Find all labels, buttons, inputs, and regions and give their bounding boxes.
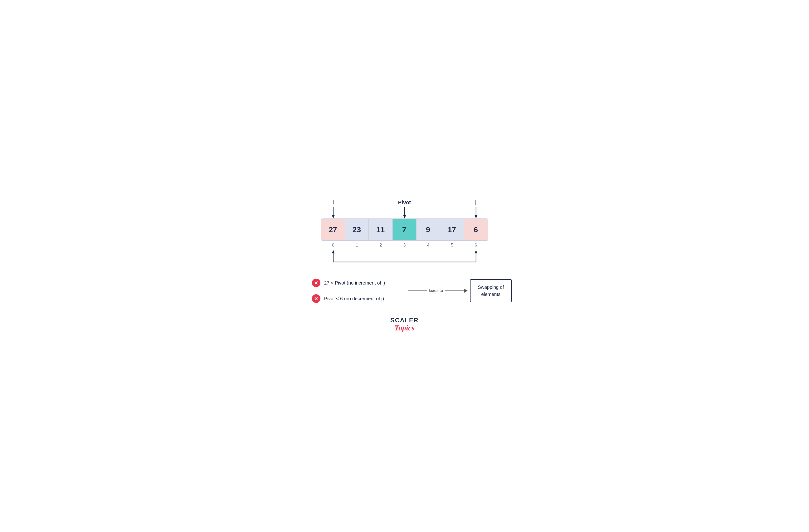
svg-marker-1 xyxy=(332,215,335,218)
leads-line-left xyxy=(408,290,427,291)
svg-marker-5 xyxy=(475,215,477,218)
index-0: 0 xyxy=(321,243,345,248)
main-container: i Pivot j xyxy=(297,199,512,332)
leads-to-label: leads to xyxy=(427,288,445,293)
empty-label-2 xyxy=(369,199,393,206)
pivot-label: Pivot xyxy=(393,199,416,206)
x-icon-1 xyxy=(312,279,321,287)
conditions-section: 27 < Pivot (no increment of i) Pivot < 6… xyxy=(297,279,512,303)
empty-label-3 xyxy=(416,199,440,206)
cell-2: 11 xyxy=(369,219,393,240)
condition-2: Pivot < 6 (no decrement of j) xyxy=(312,294,403,303)
empty-label-4 xyxy=(440,199,464,206)
conditions-list: 27 < Pivot (no increment of i) Pivot < 6… xyxy=(312,279,403,303)
cell-3: 7 xyxy=(393,219,416,240)
logo-section: SCALER Topics xyxy=(390,317,419,332)
leads-to-line: leads to xyxy=(408,288,468,293)
condition-1: 27 < Pivot (no increment of i) xyxy=(312,279,403,287)
cell-6: 6 xyxy=(464,219,488,240)
empty-arrow-2 xyxy=(369,207,393,218)
i-label: i xyxy=(321,199,345,206)
swap-box-line2: elements xyxy=(481,292,500,297)
index-3: 3 xyxy=(393,243,416,248)
index-2: 2 xyxy=(369,243,393,248)
pivot-arrow xyxy=(393,207,416,218)
swap-box: Swapping of elements xyxy=(470,279,512,302)
cell-1: 23 xyxy=(345,219,369,240)
arrows-row xyxy=(321,207,488,218)
svg-marker-7 xyxy=(332,250,335,253)
empty-arrow-4 xyxy=(440,207,464,218)
array-row: 27 23 11 7 9 17 6 xyxy=(321,218,488,241)
swap-box-line1: Swapping of xyxy=(478,285,504,290)
empty-label-1 xyxy=(345,199,369,206)
leads-to-group: leads to Swapping of elements xyxy=(408,279,512,302)
index-4: 4 xyxy=(416,243,440,248)
j-arrow xyxy=(464,207,488,218)
empty-arrow-3 xyxy=(416,207,440,218)
diagram-section: i Pivot j xyxy=(297,199,512,264)
j-label: j xyxy=(464,199,488,206)
x-icon-2 xyxy=(312,294,321,303)
condition-text-1: 27 < Pivot (no increment of i) xyxy=(324,280,385,286)
index-6: 6 xyxy=(464,243,488,248)
cell-4: 9 xyxy=(416,219,440,240)
condition-text-2: Pivot < 6 (no decrement of j) xyxy=(324,296,384,301)
logo-topics-text: Topics xyxy=(390,323,419,332)
index-5: 5 xyxy=(440,243,464,248)
logo-scaler-text: SCALER xyxy=(390,317,419,323)
leads-line-right xyxy=(445,290,464,291)
i-arrow xyxy=(321,207,345,218)
index-1: 1 xyxy=(345,243,369,248)
svg-marker-3 xyxy=(403,215,406,218)
index-row: 0 1 2 3 4 5 6 xyxy=(321,243,488,248)
pointer-labels-row: i Pivot j xyxy=(321,199,488,206)
cell-5: 17 xyxy=(440,219,464,240)
svg-marker-10 xyxy=(475,250,477,253)
arrow-right-icon xyxy=(464,289,468,292)
cell-0: 27 xyxy=(321,219,345,240)
swap-arc-container xyxy=(321,248,488,264)
empty-arrow-1 xyxy=(345,207,369,218)
